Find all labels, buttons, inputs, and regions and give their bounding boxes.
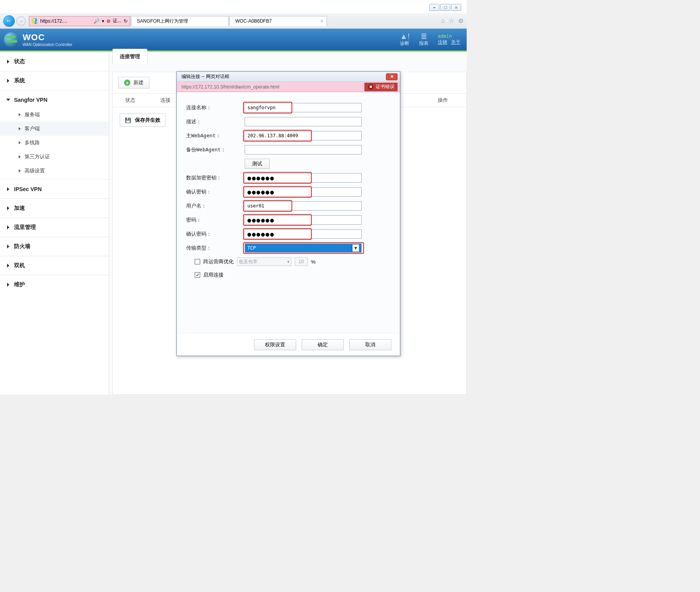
sidebar-sub-advanced[interactable]: 高级设置: [0, 164, 109, 178]
app-header: WOC WAN Optimization Controller ▲! 诊断 ≣ …: [0, 29, 467, 51]
label-encrypt-key: 数据加密密钥：: [186, 174, 245, 181]
label-backup-webagent: 备份WebAgent：: [186, 146, 245, 153]
cancel-button[interactable]: 取消: [349, 339, 391, 350]
input-main-webagent[interactable]: [245, 131, 362, 140]
input-loss-pct: [295, 257, 308, 266]
window-close-button[interactable]: ✕: [451, 4, 461, 11]
browser-address-bar[interactable]: https://172.... 🔎 ▾ ⊘ 证... ↻: [29, 16, 130, 26]
sidebar-item-firewall[interactable]: 防火墙: [0, 239, 109, 254]
cert-error-icon[interactable]: ⊘: [107, 18, 110, 24]
column-status: 状态: [113, 94, 148, 107]
search-icon: 🔎: [94, 18, 99, 24]
label-username: 用户名：: [186, 202, 245, 209]
chevron-down-icon: ▼: [352, 245, 359, 252]
dialog-title: 编辑连接 -- 网页对话框: [181, 73, 229, 80]
checkbox-cross-isp[interactable]: [195, 259, 200, 264]
woc-logo-icon: [4, 32, 19, 47]
tab-close-icon[interactable]: ×: [320, 18, 323, 24]
input-username[interactable]: [245, 201, 362, 211]
select-loss-rate: 低丢包率 ▾: [237, 257, 291, 266]
admin-user: admin: [438, 34, 460, 39]
browser-forward-button[interactable]: →: [16, 16, 26, 26]
test-button[interactable]: 测试: [245, 159, 270, 169]
window-minimize-button[interactable]: ━: [429, 4, 439, 11]
label-conn-name: 连接名称：: [186, 104, 245, 111]
label-main-webagent: 主WebAgent：: [186, 132, 245, 139]
input-desc[interactable]: [245, 117, 362, 126]
dropdown-icon[interactable]: ▾: [102, 18, 104, 24]
tab-label: SANGFOR上网行为管理: [137, 18, 188, 25]
about-link[interactable]: 关于: [451, 39, 460, 46]
sidebar-item-accel[interactable]: 加速: [0, 200, 109, 216]
perm-settings-button[interactable]: 权限设置: [254, 339, 296, 350]
browser-tab-sangfor[interactable]: SANGFOR上网行为管理: [131, 16, 229, 26]
label-cross-isp: 跨运营商优化: [203, 258, 234, 265]
label-confirm-key: 确认密钥：: [186, 188, 245, 195]
reports-button[interactable]: ≣ 报表: [419, 32, 428, 47]
sidebar-item-system[interactable]: 系统: [0, 73, 109, 89]
edit-connection-dialog: 编辑连接 -- 网页对话框 ✕ https://172.172.10.3/htm…: [176, 71, 400, 356]
reports-label: 报表: [419, 40, 428, 47]
cert-error-badge[interactable]: ✖ 证书错误: [364, 83, 398, 91]
refresh-icon[interactable]: ↻: [124, 18, 128, 24]
diag-button[interactable]: ▲! 诊断: [400, 32, 410, 47]
label-trans-type: 传输类型：: [186, 245, 245, 252]
browser-back-button[interactable]: ←: [3, 15, 15, 27]
input-conn-name[interactable]: [245, 103, 362, 112]
input-backup-webagent[interactable]: [245, 145, 362, 154]
sidebar-item-dual[interactable]: 双机: [0, 258, 109, 273]
database-icon: ≣: [421, 32, 427, 40]
chevron-down-icon: ▾: [287, 259, 290, 264]
cert-short-text: 证...: [113, 18, 121, 24]
label-confirm-password: 确认密码：: [186, 230, 245, 238]
ie-icon: [32, 18, 38, 24]
ok-button[interactable]: 确定: [302, 339, 344, 350]
input-confirm-password[interactable]: [245, 229, 362, 239]
select-trans-type[interactable]: TCP ▼: [245, 243, 362, 253]
checkbox-enable-conn[interactable]: ✔: [195, 272, 200, 278]
label-password: 密码：: [186, 216, 245, 223]
sidebar-item-traffic[interactable]: 流里管理: [0, 220, 109, 235]
diag-label: 诊断: [400, 40, 409, 47]
input-encrypt-key[interactable]: [245, 173, 362, 183]
app-title: WOC: [23, 32, 72, 43]
tab-connection-mgmt[interactable]: 连接管理: [112, 51, 147, 64]
save-icon: 💾: [125, 117, 131, 123]
sidebar-sub-client[interactable]: 客户端: [0, 122, 109, 136]
gear-icon[interactable]: ⚙: [458, 17, 464, 25]
save-apply-button[interactable]: 💾 保存并生效: [120, 113, 165, 127]
sidebar: 状态 系统 Sangfor VPN 服务端 客户端 多线路 第三方认证 高级设置…: [0, 51, 109, 395]
browser-toolbar: ← → https://172.... 🔎 ▾ ⊘ 证... ↻ SANGFOR…: [0, 13, 467, 29]
logout-link[interactable]: 注销: [438, 39, 447, 46]
input-password[interactable]: [245, 215, 362, 225]
column-ops: 操作: [419, 94, 466, 107]
app-subtitle: WAN Optimization Controller: [23, 43, 72, 47]
sidebar-item-maintain[interactable]: 维护: [0, 277, 109, 292]
sidebar-sub-multiline[interactable]: 多线路: [0, 136, 109, 150]
warning-icon: ▲!: [400, 32, 410, 40]
sidebar-item-sangfor-vpn[interactable]: Sangfor VPN: [0, 92, 109, 108]
label-enable-conn: 启用连接: [203, 271, 224, 278]
input-confirm-key[interactable]: [245, 187, 362, 197]
tab-label: WOC-A0B6DFB7: [235, 18, 272, 24]
sidebar-sub-server[interactable]: 服务端: [0, 108, 109, 122]
plus-icon: +: [124, 80, 130, 86]
percent-label: %: [311, 259, 316, 265]
sidebar-sub-thirdparty-auth[interactable]: 第三方认证: [0, 150, 109, 164]
dialog-url: https://172.172.10.3/html/dlan/cm_operat…: [181, 84, 279, 90]
sidebar-item-ipsec-vpn[interactable]: IPSec VPN: [0, 181, 109, 197]
sidebar-item-status[interactable]: 状态: [0, 54, 109, 69]
new-button[interactable]: + 新建: [118, 77, 149, 89]
favorites-icon[interactable]: ☆: [449, 17, 454, 25]
cert-error-icon: ✖: [368, 84, 373, 90]
dialog-close-button[interactable]: ✕: [386, 73, 398, 80]
window-maximize-button[interactable]: ☐: [440, 4, 450, 11]
label-desc: 描述：: [186, 118, 245, 125]
home-icon[interactable]: ⌂: [441, 17, 445, 25]
address-text: https://172....: [40, 18, 67, 24]
browser-tab-woc[interactable]: WOC-A0B6DFB7 ×: [229, 16, 327, 26]
